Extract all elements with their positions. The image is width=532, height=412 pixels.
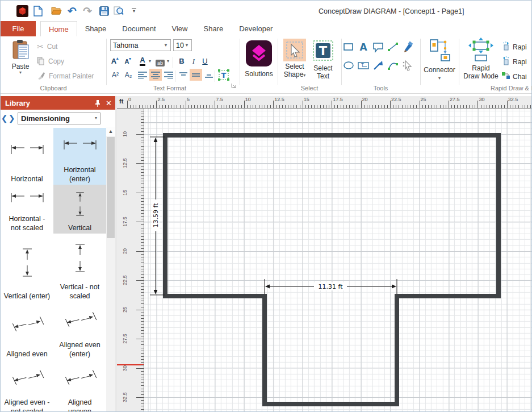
- library-scrollbar[interactable]: ▲: [106, 127, 115, 411]
- library-item-aligned-uneven[interactable]: Aligneduneven: [53, 360, 106, 411]
- ruler-tick: [443, 105, 443, 108]
- align-right-button[interactable]: [162, 69, 175, 81]
- print-preview-icon[interactable]: [112, 5, 125, 17]
- prev-library-icon[interactable]: ❮: [1, 114, 8, 123]
- library-item-horizontal[interactable]: Horizontal: [1, 128, 53, 185]
- customize-toolbar-icon[interactable]: ▾: [128, 5, 140, 17]
- ruler-tick: [449, 101, 449, 108]
- tab-file[interactable]: File: [1, 21, 36, 36]
- select-text-button[interactable]: T Select Text: [311, 40, 336, 80]
- library-select[interactable]: Dimensioning▾: [18, 113, 100, 124]
- save-icon[interactable]: [98, 5, 110, 17]
- format-painter-button[interactable]: Format Painter: [37, 72, 94, 80]
- ruler-tick: [141, 155, 144, 155]
- library-item-vertical[interactable]: Vertical: [53, 185, 106, 234]
- tab-shape[interactable]: Shape: [77, 21, 115, 36]
- tab-developer[interactable]: Developer: [231, 21, 280, 36]
- scrollbar-thumb[interactable]: [107, 137, 115, 238]
- tab-document[interactable]: Document: [114, 21, 164, 36]
- library-item-horizontal-enter-[interactable]: Horizontal(enter): [53, 128, 106, 185]
- font-family-combo[interactable]: Tahoma▼: [110, 39, 171, 51]
- text-frame-button[interactable]: T: [217, 68, 231, 81]
- app-logo-icon[interactable]: [16, 5, 28, 17]
- font-size-combo[interactable]: 10▼: [173, 39, 192, 51]
- align-left-button[interactable]: [136, 69, 149, 81]
- highlight-button[interactable]: ab: [154, 57, 166, 69]
- scroll-up-icon[interactable]: ▲: [106, 127, 115, 136]
- tab-view[interactable]: View: [164, 21, 196, 36]
- undo-icon[interactable]: ↶: [66, 5, 78, 17]
- shrink-font-button[interactable]: A▼: [122, 55, 135, 67]
- library-item-vertical-not-scaled[interactable]: Vertical - notscaled: [53, 234, 106, 302]
- font-color-caret[interactable]: ▾: [147, 55, 153, 67]
- ruler-tick: [393, 105, 393, 108]
- highlight-caret[interactable]: ▾: [165, 55, 171, 67]
- curve-tool[interactable]: [387, 59, 399, 74]
- shape-select-tool[interactable]: [401, 59, 414, 74]
- ruler-tick: [141, 242, 144, 243]
- ellipse-tool[interactable]: [342, 59, 355, 74]
- paste-button[interactable]: Paste ▾: [7, 39, 33, 75]
- line-tool[interactable]: [387, 41, 399, 56]
- ruler-tick: [451, 105, 452, 108]
- ruler-tick: [437, 105, 437, 108]
- subscript-button[interactable]: A₂: [122, 69, 135, 81]
- pin-icon[interactable]: [94, 99, 101, 107]
- connector-label: Connector: [423, 66, 456, 74]
- floor-plan[interactable]: 13.59 ft 11.31 ft: [144, 109, 532, 412]
- close-icon[interactable]: ✕: [106, 99, 112, 107]
- tab-home[interactable]: Home: [40, 21, 77, 37]
- redo-icon[interactable]: ↷: [81, 5, 94, 17]
- rapid-item-button[interactable]: Chai: [501, 71, 527, 82]
- rectangle-tool[interactable]: [342, 41, 355, 56]
- arrow-tool[interactable]: [372, 59, 384, 74]
- valign-bottom-button[interactable]: [203, 69, 215, 81]
- tab-share[interactable]: Share: [195, 21, 231, 36]
- ruler-tick: [270, 105, 271, 108]
- library-item-aligned-even-not-scaled[interactable]: Aligned even -not scaled: [1, 360, 53, 411]
- ruler-tick: [141, 333, 144, 334]
- valign-top-button[interactable]: [177, 69, 190, 81]
- grow-font-button[interactable]: A▲: [109, 55, 122, 67]
- rapid-item-button[interactable]: Rapi: [501, 56, 527, 68]
- next-library-icon[interactable]: ❯: [8, 114, 15, 123]
- library-item-vertical-enter-[interactable]: Vertical (enter): [1, 234, 53, 302]
- text-format-dialog-launcher[interactable]: [231, 81, 237, 91]
- dimension-label-vertical[interactable]: 13.59 ft: [152, 203, 160, 228]
- superscript-button[interactable]: A²: [109, 69, 122, 81]
- cut-button[interactable]: ✂ Cut: [37, 42, 57, 51]
- ruler-tick: [259, 105, 259, 108]
- drawing-page[interactable]: 13.59 ft 11.31 ft: [144, 109, 532, 412]
- rapid-item-icon: [501, 71, 510, 82]
- copy-button[interactable]: Copy: [37, 57, 64, 65]
- underline-button[interactable]: U: [199, 55, 211, 67]
- text-tool[interactable]: A: [357, 41, 370, 56]
- rapid-draw-mode-button[interactable]: Rapid Draw Mode: [462, 38, 500, 80]
- ruler-tick: [177, 105, 177, 108]
- new-document-icon[interactable]: [32, 5, 44, 17]
- valign-middle-button[interactable]: [190, 69, 202, 81]
- ruler-tick: [141, 122, 144, 123]
- library-item-aligned-even-enter-[interactable]: Aligned even(enter): [53, 302, 106, 360]
- callout-tool[interactable]: [372, 41, 384, 56]
- ruler-tick: [141, 362, 144, 363]
- rapid-item-button[interactable]: Rapi: [501, 41, 527, 53]
- bold-button[interactable]: B: [175, 55, 188, 67]
- open-folder-icon[interactable]: [50, 5, 62, 17]
- ruler-tick: [141, 272, 144, 272]
- solutions-button[interactable]: Solutions: [245, 40, 273, 78]
- pen-tool[interactable]: [401, 41, 414, 56]
- align-center-button[interactable]: [149, 69, 162, 81]
- wall-outline[interactable]: [165, 135, 499, 404]
- select-shape-button[interactable]: Select Shape▾: [282, 39, 307, 78]
- dimension-label-horizontal[interactable]: 11.31 ft: [319, 283, 344, 290]
- textbox-tool[interactable]: T: [357, 59, 370, 74]
- quick-access-toolbar: ↶ ↷ ▾ ConceptDraw DIAGRAM - [Concept1 - …: [1, 1, 532, 21]
- ruler-tick: [141, 295, 144, 296]
- italic-button[interactable]: I: [187, 55, 200, 67]
- ruler-tick: [141, 380, 144, 380]
- library-item-aligned-even[interactable]: Aligned even: [1, 302, 53, 360]
- ruler-tick: [484, 105, 484, 108]
- library-item-horizontal-not-scaled[interactable]: Horizontal -not scaled: [1, 185, 53, 234]
- connector-button[interactable]: Connector ▾: [423, 39, 456, 81]
